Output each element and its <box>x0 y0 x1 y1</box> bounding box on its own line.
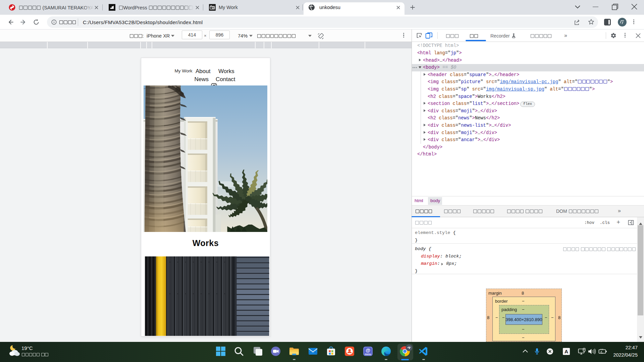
svg-text:menu: menu <box>365 353 371 355</box>
svg-text:@: @ <box>366 348 370 353</box>
